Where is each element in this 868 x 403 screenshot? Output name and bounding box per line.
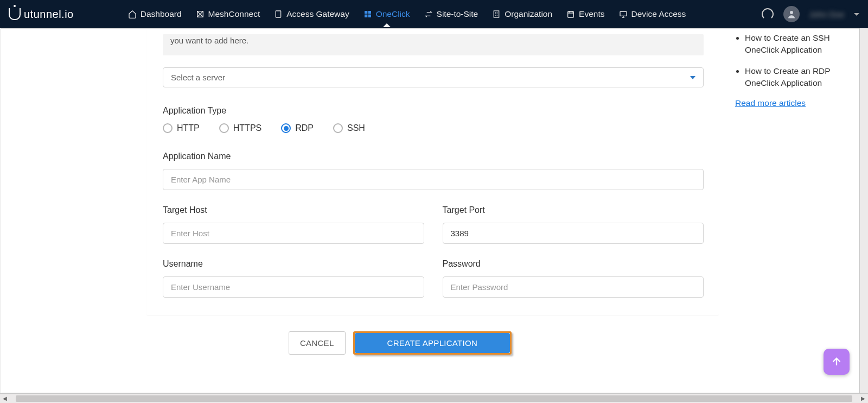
- radio-dot: [333, 123, 343, 133]
- top-nav: utunnel.io Dashboard MeshConnect Access …: [0, 0, 868, 28]
- vertical-scrollbar[interactable]: [859, 28, 868, 393]
- user-name: John Doe: [809, 10, 844, 19]
- application-name-input[interactable]: [163, 169, 704, 190]
- svg-rect-1: [276, 11, 281, 17]
- nav-label: Organization: [505, 9, 552, 19]
- grid-icon: [363, 10, 372, 18]
- main-column: you want to add here. Select a server Ap…: [1, 29, 719, 393]
- nav-site-to-site[interactable]: Site-to-Site: [424, 2, 478, 27]
- help-sidebar: How to Create an SSH OneClick Applicatio…: [719, 29, 867, 393]
- nav-label: Device Access: [631, 9, 686, 19]
- page-body: you want to add here. Select a server Ap…: [1, 28, 867, 393]
- svg-rect-8: [620, 11, 627, 16]
- svg-rect-3: [368, 11, 371, 14]
- nav-label: MeshConnect: [208, 9, 260, 19]
- arrow-up-icon: [831, 356, 843, 368]
- radio-label: SSH: [347, 123, 365, 133]
- radio-dot: [281, 123, 291, 133]
- scroll-thumb[interactable]: [16, 395, 852, 402]
- scroll-left-arrow[interactable]: ◀: [0, 395, 10, 401]
- scroll-top-fab[interactable]: [824, 349, 850, 375]
- nav-access-gateway[interactable]: Access Gateway: [274, 2, 349, 27]
- transfer-icon: [424, 10, 433, 18]
- home-icon: [128, 10, 137, 18]
- nav-device-access[interactable]: Device Access: [619, 2, 686, 27]
- password-input[interactable]: [443, 276, 704, 298]
- horizontal-scrollbar[interactable]: ◀ ▶: [0, 393, 868, 403]
- nav-oneclick[interactable]: OneClick: [363, 2, 410, 27]
- username-label: Username: [163, 259, 424, 269]
- server-select[interactable]: Select a server: [163, 67, 704, 87]
- gateway-icon: [274, 10, 283, 18]
- nav-organization[interactable]: Organization: [492, 2, 552, 27]
- create-application-button[interactable]: CREATE APPLICATION: [355, 333, 510, 353]
- radio-http[interactable]: HTTP: [163, 123, 200, 133]
- info-box: you want to add here.: [163, 34, 704, 55]
- calendar-icon: [566, 10, 575, 18]
- help-article-item[interactable]: How to Create an RDP OneClick Applicatio…: [745, 65, 845, 90]
- brand-logo[interactable]: utunnel.io: [9, 8, 74, 21]
- username-input[interactable]: [163, 276, 424, 298]
- radio-label: RDP: [295, 123, 314, 133]
- target-host-input[interactable]: [163, 223, 424, 244]
- form-actions: CANCEL CREATE APPLICATION: [81, 315, 719, 366]
- application-name-label: Application Name: [163, 152, 704, 161]
- svg-rect-6: [494, 11, 499, 17]
- submit-highlight: CREATE APPLICATION: [353, 331, 512, 355]
- user-menu-caret[interactable]: [854, 13, 859, 16]
- avatar[interactable]: [783, 6, 800, 22]
- target-port-label: Target Port: [443, 205, 704, 215]
- support-icon[interactable]: [762, 8, 774, 20]
- nav-label: Site-to-Site: [437, 9, 478, 19]
- radio-dot: [219, 123, 229, 133]
- svg-rect-7: [568, 11, 574, 17]
- form-card: you want to add here. Select a server Ap…: [146, 29, 719, 315]
- nav-label: Access Gateway: [286, 9, 349, 19]
- password-label: Password: [443, 259, 704, 269]
- radio-rdp[interactable]: RDP: [281, 123, 314, 133]
- help-article-item[interactable]: How to Create an SSH OneClick Applicatio…: [745, 32, 845, 56]
- radio-ssh[interactable]: SSH: [333, 123, 365, 133]
- server-select-placeholder: Select a server: [171, 73, 225, 82]
- cancel-button[interactable]: CANCEL: [289, 331, 346, 355]
- scroll-track[interactable]: [10, 395, 858, 402]
- svg-rect-4: [365, 15, 367, 17]
- radio-https[interactable]: HTTPS: [219, 123, 261, 133]
- help-articles-list: How to Create an SSH OneClick Applicatio…: [735, 32, 845, 90]
- nav-dashboard[interactable]: Dashboard: [128, 2, 182, 27]
- target-port-input[interactable]: [443, 223, 704, 244]
- nav-label: OneClick: [376, 9, 410, 19]
- nav-label: Dashboard: [141, 9, 182, 19]
- info-text: you want to add here.: [170, 36, 248, 45]
- application-type-radios: HTTP HTTPS RDP SSH: [163, 123, 704, 133]
- svg-rect-2: [365, 11, 367, 14]
- application-type-label: Application Type: [163, 106, 704, 116]
- radio-label: HTTPS: [233, 123, 261, 133]
- nav-events[interactable]: Events: [566, 2, 604, 27]
- mesh-icon: [196, 10, 205, 18]
- nav-meshconnect[interactable]: MeshConnect: [196, 2, 260, 27]
- svg-rect-5: [368, 15, 371, 17]
- read-more-link[interactable]: Read more articles: [735, 98, 806, 108]
- target-host-label: Target Host: [163, 205, 424, 215]
- nav-right: John Doe: [762, 6, 859, 22]
- svg-point-9: [790, 11, 793, 14]
- brand-text: utunnel.io: [24, 8, 74, 21]
- logo-icon: [9, 8, 21, 20]
- radio-dot: [163, 123, 173, 133]
- nav-items: Dashboard MeshConnect Access Gateway One…: [128, 2, 762, 27]
- scroll-right-arrow[interactable]: ▶: [858, 395, 868, 401]
- monitor-icon: [619, 10, 628, 18]
- chevron-down-icon: [690, 76, 695, 79]
- nav-label: Events: [579, 9, 604, 19]
- building-icon: [492, 10, 501, 18]
- radio-label: HTTP: [177, 123, 200, 133]
